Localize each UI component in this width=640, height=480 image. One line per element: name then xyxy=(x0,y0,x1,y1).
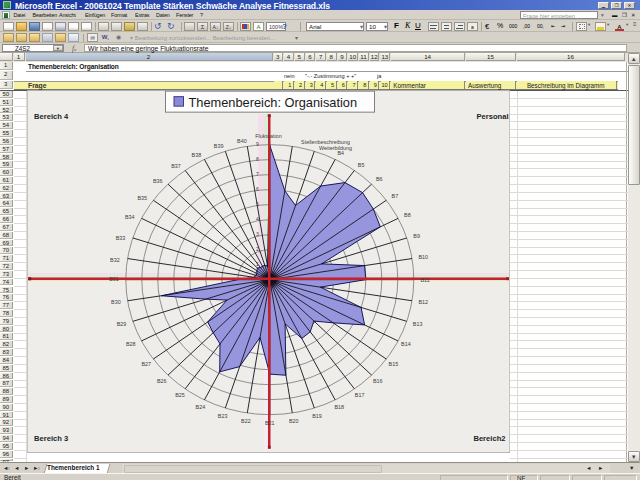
svg-text:B12: B12 xyxy=(418,299,428,305)
svg-text:B24: B24 xyxy=(195,404,205,410)
svg-text:9: 9 xyxy=(256,141,259,147)
svg-text:1: 1 xyxy=(256,261,259,267)
svg-text:5: 5 xyxy=(256,201,259,207)
svg-text:B5: B5 xyxy=(357,162,364,168)
svg-text:B37: B37 xyxy=(171,163,181,169)
svg-text:B30: B30 xyxy=(111,299,121,305)
svg-text:8: 8 xyxy=(256,156,259,162)
svg-text:7: 7 xyxy=(256,171,259,177)
svg-text:Bereich 4: Bereich 4 xyxy=(34,112,69,121)
svg-text:B10: B10 xyxy=(418,254,428,260)
svg-text:B19: B19 xyxy=(312,413,322,419)
svg-text:B23: B23 xyxy=(217,413,227,419)
svg-text:Bereich 3: Bereich 3 xyxy=(34,434,68,443)
svg-text:B15: B15 xyxy=(388,361,398,367)
svg-text:B25: B25 xyxy=(175,392,185,398)
svg-text:B36: B36 xyxy=(153,178,163,184)
svg-text:B21: B21 xyxy=(265,420,275,426)
svg-text:Themenbereich: Organisation: Themenbereich: Organisation xyxy=(188,95,357,110)
svg-text:B17: B17 xyxy=(354,392,364,398)
svg-text:2: 2 xyxy=(256,246,259,252)
svg-text:B26: B26 xyxy=(157,378,167,384)
svg-text:B33: B33 xyxy=(115,235,125,241)
svg-text:Personal: Personal xyxy=(476,112,508,121)
svg-text:B4: B4 xyxy=(337,150,344,156)
svg-text:6: 6 xyxy=(256,186,259,192)
svg-text:B9: B9 xyxy=(413,233,420,239)
svg-text:B13: B13 xyxy=(412,321,422,327)
svg-text:B18: B18 xyxy=(334,404,344,410)
svg-text:B27: B27 xyxy=(141,361,151,367)
svg-text:4: 4 xyxy=(256,216,259,222)
svg-text:B28: B28 xyxy=(125,341,135,347)
svg-text:Weiterbildung: Weiterbildung xyxy=(319,145,352,151)
svg-text:Fluktuation: Fluktuation xyxy=(255,133,281,139)
svg-text:Bereich2: Bereich2 xyxy=(473,434,505,443)
svg-text:B8: B8 xyxy=(404,212,411,218)
svg-text:B11: B11 xyxy=(420,277,429,283)
svg-text:B38: B38 xyxy=(191,152,201,158)
svg-text:B34: B34 xyxy=(124,214,134,220)
svg-text:B39: B39 xyxy=(213,143,223,149)
svg-text:B35: B35 xyxy=(137,195,147,201)
svg-text:B31: B31 xyxy=(109,276,119,282)
svg-text:B14: B14 xyxy=(401,341,411,347)
svg-text:B40: B40 xyxy=(237,138,247,144)
svg-text:B16: B16 xyxy=(373,378,383,384)
svg-text:B7: B7 xyxy=(391,193,398,199)
svg-text:B32: B32 xyxy=(110,257,120,263)
svg-text:B6: B6 xyxy=(376,176,383,182)
svg-text:3: 3 xyxy=(256,231,259,237)
svg-text:B29: B29 xyxy=(116,321,126,327)
svg-text:B20: B20 xyxy=(288,418,298,424)
svg-text:B22: B22 xyxy=(241,418,251,424)
